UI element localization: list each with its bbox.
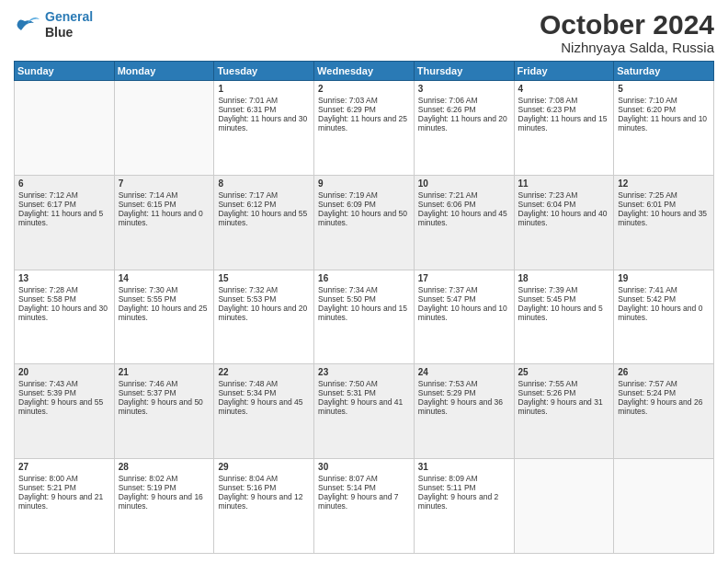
day-number: 3 <box>418 84 510 94</box>
day-number: 27 <box>18 462 110 472</box>
table-cell: 5Sunrise: 7:10 AMSunset: 6:20 PMDaylight… <box>614 81 714 176</box>
daylight-text: Daylight: 11 hours and 10 minutes. <box>618 114 710 132</box>
daylight-text: Daylight: 11 hours and 20 minutes. <box>418 114 510 132</box>
sunset-text: Sunset: 6:06 PM <box>418 200 510 209</box>
daylight-text: Daylight: 9 hours and 41 minutes. <box>318 397 410 416</box>
daylight-text: Daylight: 9 hours and 2 minutes. <box>418 492 510 511</box>
table-cell: 12Sunrise: 7:25 AMSunset: 6:01 PMDayligh… <box>614 175 714 270</box>
logo: General Blue <box>14 9 93 40</box>
table-cell: 11Sunrise: 7:23 AMSunset: 6:04 PMDayligh… <box>514 175 614 270</box>
sunset-text: Sunset: 5:26 PM <box>518 388 610 397</box>
daylight-text: Daylight: 9 hours and 12 minutes. <box>218 492 310 511</box>
daylight-text: Daylight: 9 hours and 31 minutes. <box>518 397 610 416</box>
day-number: 22 <box>218 367 310 377</box>
table-cell: 15Sunrise: 7:32 AMSunset: 5:53 PMDayligh… <box>214 270 314 364</box>
sunset-text: Sunset: 6:17 PM <box>18 200 110 209</box>
daylight-text: Daylight: 10 hours and 55 minutes. <box>218 209 310 227</box>
table-cell <box>514 459 614 554</box>
daylight-text: Daylight: 9 hours and 45 minutes. <box>218 397 310 416</box>
table-cell: 27Sunrise: 8:00 AMSunset: 5:21 PMDayligh… <box>15 459 115 554</box>
sunrise-text: Sunrise: 7:32 AM <box>218 285 310 294</box>
sunrise-text: Sunrise: 7:30 AM <box>119 285 210 294</box>
day-number: 20 <box>18 367 110 377</box>
sunrise-text: Sunrise: 7:41 AM <box>618 285 710 294</box>
sunset-text: Sunset: 6:23 PM <box>518 105 610 114</box>
sunset-text: Sunset: 5:53 PM <box>218 294 310 304</box>
sunrise-text: Sunrise: 7:25 AM <box>618 190 710 200</box>
sunset-text: Sunset: 5:29 PM <box>418 388 510 397</box>
table-cell: 16Sunrise: 7:34 AMSunset: 5:50 PMDayligh… <box>314 270 415 364</box>
col-saturday: Saturday <box>614 62 714 81</box>
sunset-text: Sunset: 6:20 PM <box>618 105 710 114</box>
title-block: October 2024 Nizhnyaya Salda, Russia <box>540 9 714 55</box>
table-cell: 7Sunrise: 7:14 AMSunset: 6:15 PMDaylight… <box>114 175 214 270</box>
sunrise-text: Sunrise: 7:19 AM <box>318 190 410 200</box>
sunrise-text: Sunrise: 7:12 AM <box>18 190 110 200</box>
sunrise-text: Sunrise: 8:09 AM <box>418 474 510 483</box>
sunrise-text: Sunrise: 7:37 AM <box>418 285 510 294</box>
daylight-text: Daylight: 10 hours and 45 minutes. <box>418 209 510 227</box>
sunrise-text: Sunrise: 7:03 AM <box>318 96 410 105</box>
day-number: 5 <box>618 84 710 94</box>
daylight-text: Daylight: 11 hours and 25 minutes. <box>318 114 410 132</box>
table-row: 20Sunrise: 7:43 AMSunset: 5:39 PMDayligh… <box>15 364 714 459</box>
daylight-text: Daylight: 10 hours and 40 minutes. <box>518 209 610 227</box>
table-cell: 19Sunrise: 7:41 AMSunset: 5:42 PMDayligh… <box>614 270 714 364</box>
day-number: 15 <box>218 273 310 283</box>
logo-line2: Blue <box>45 25 93 40</box>
daylight-text: Daylight: 10 hours and 0 minutes. <box>618 304 710 322</box>
sunset-text: Sunset: 5:21 PM <box>18 483 110 492</box>
daylight-text: Daylight: 10 hours and 30 minutes. <box>18 304 110 322</box>
day-number: 26 <box>618 367 710 377</box>
sunrise-text: Sunrise: 7:01 AM <box>218 96 310 105</box>
day-number: 6 <box>18 178 110 189</box>
col-tuesday: Tuesday <box>214 62 314 81</box>
col-friday: Friday <box>514 62 614 81</box>
day-number: 21 <box>119 367 210 377</box>
calendar-title: October 2024 <box>540 9 714 40</box>
sunset-text: Sunset: 5:39 PM <box>18 388 110 397</box>
table-cell: 10Sunrise: 7:21 AMSunset: 6:06 PMDayligh… <box>414 175 514 270</box>
sunset-text: Sunset: 5:58 PM <box>18 294 110 304</box>
day-number: 23 <box>318 367 410 377</box>
sunset-text: Sunset: 6:15 PM <box>119 200 210 209</box>
col-monday: Monday <box>114 62 214 81</box>
sunset-text: Sunset: 5:19 PM <box>119 483 210 492</box>
table-cell: 22Sunrise: 7:48 AMSunset: 5:34 PMDayligh… <box>214 364 314 459</box>
table-cell: 13Sunrise: 7:28 AMSunset: 5:58 PMDayligh… <box>15 270 115 364</box>
sunrise-text: Sunrise: 7:39 AM <box>518 285 610 294</box>
table-cell <box>114 81 214 176</box>
day-number: 14 <box>119 273 210 283</box>
sunset-text: Sunset: 5:34 PM <box>218 388 310 397</box>
day-number: 2 <box>318 84 410 94</box>
daylight-text: Daylight: 11 hours and 5 minutes. <box>18 209 110 227</box>
table-row: 1Sunrise: 7:01 AMSunset: 6:31 PMDaylight… <box>15 81 714 176</box>
daylight-text: Daylight: 9 hours and 26 minutes. <box>618 397 710 416</box>
table-cell: 23Sunrise: 7:50 AMSunset: 5:31 PMDayligh… <box>314 364 415 459</box>
sunrise-text: Sunrise: 8:02 AM <box>119 474 210 483</box>
calendar-header-row: Sunday Monday Tuesday Wednesday Thursday… <box>15 62 714 81</box>
daylight-text: Daylight: 9 hours and 21 minutes. <box>18 492 110 511</box>
sunrise-text: Sunrise: 7:23 AM <box>518 190 610 200</box>
sunset-text: Sunset: 5:24 PM <box>618 388 710 397</box>
table-cell: 3Sunrise: 7:06 AMSunset: 6:26 PMDaylight… <box>414 81 514 176</box>
daylight-text: Daylight: 10 hours and 50 minutes. <box>318 209 410 227</box>
daylight-text: Daylight: 9 hours and 7 minutes. <box>318 492 410 511</box>
sunrise-text: Sunrise: 7:17 AM <box>218 190 310 200</box>
sunset-text: Sunset: 6:12 PM <box>218 200 310 209</box>
sunrise-text: Sunrise: 7:10 AM <box>618 96 710 105</box>
sunrise-text: Sunrise: 8:04 AM <box>218 474 310 483</box>
daylight-text: Daylight: 11 hours and 30 minutes. <box>218 114 310 132</box>
sunset-text: Sunset: 5:16 PM <box>218 483 310 492</box>
table-row: 6Sunrise: 7:12 AMSunset: 6:17 PMDaylight… <box>15 175 714 270</box>
daylight-text: Daylight: 10 hours and 15 minutes. <box>318 304 410 322</box>
day-number: 24 <box>418 367 510 377</box>
sunrise-text: Sunrise: 7:34 AM <box>318 285 410 294</box>
table-cell <box>15 81 115 176</box>
daylight-text: Daylight: 9 hours and 55 minutes. <box>18 397 110 416</box>
daylight-text: Daylight: 9 hours and 16 minutes. <box>119 492 210 511</box>
day-number: 1 <box>218 84 310 94</box>
daylight-text: Daylight: 10 hours and 5 minutes. <box>518 304 610 322</box>
table-cell: 8Sunrise: 7:17 AMSunset: 6:12 PMDaylight… <box>214 175 314 270</box>
table-cell: 25Sunrise: 7:55 AMSunset: 5:26 PMDayligh… <box>514 364 614 459</box>
